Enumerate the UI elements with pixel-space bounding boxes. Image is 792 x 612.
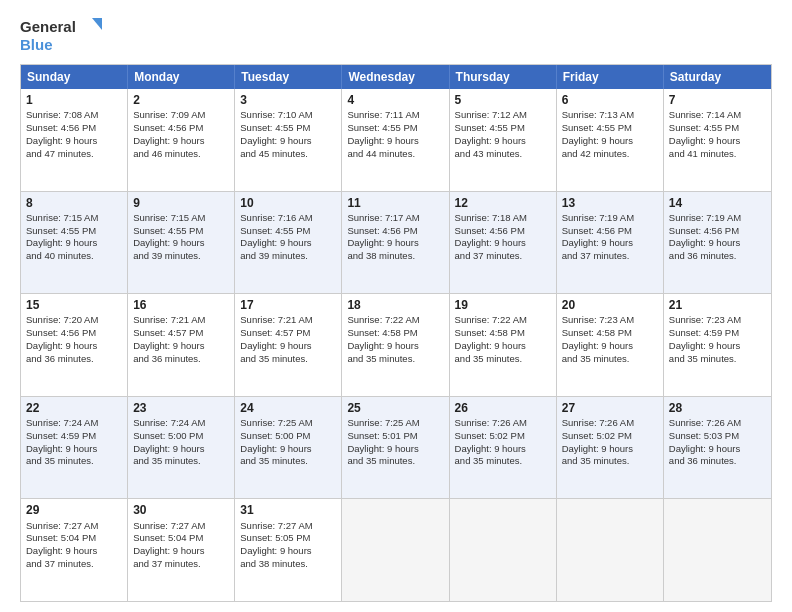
day-info: Sunrise: 7:15 AM [26,212,122,225]
day-cell-31: 31Sunrise: 7:27 AMSunset: 5:05 PMDayligh… [235,499,342,601]
day-cell-10: 10Sunrise: 7:16 AMSunset: 4:55 PMDayligh… [235,192,342,294]
day-info: Sunrise: 7:19 AM [562,212,658,225]
day-info: Sunset: 4:59 PM [669,327,766,340]
day-info: and 36 minutes. [669,455,766,468]
day-info: Daylight: 9 hours [669,135,766,148]
empty-cell [342,499,449,601]
day-number: 7 [669,92,766,108]
day-info: Sunset: 5:02 PM [562,430,658,443]
day-cell-13: 13Sunrise: 7:19 AMSunset: 4:56 PMDayligh… [557,192,664,294]
day-cell-3: 3Sunrise: 7:10 AMSunset: 4:55 PMDaylight… [235,89,342,191]
day-number: 3 [240,92,336,108]
day-cell-16: 16Sunrise: 7:21 AMSunset: 4:57 PMDayligh… [128,294,235,396]
day-info: Daylight: 9 hours [455,237,551,250]
day-info: Daylight: 9 hours [669,443,766,456]
svg-marker-2 [92,18,102,30]
day-info: Daylight: 9 hours [347,135,443,148]
day-number: 18 [347,297,443,313]
day-info: and 43 minutes. [455,148,551,161]
day-number: 26 [455,400,551,416]
day-info: Sunset: 4:56 PM [347,225,443,238]
day-info: and 35 minutes. [455,353,551,366]
day-number: 27 [562,400,658,416]
day-info: Daylight: 9 hours [669,237,766,250]
day-cell-18: 18Sunrise: 7:22 AMSunset: 4:58 PMDayligh… [342,294,449,396]
calendar-row-4: 22Sunrise: 7:24 AMSunset: 4:59 PMDayligh… [21,396,771,499]
day-of-week-saturday: Saturday [664,65,771,89]
day-number: 31 [240,502,336,518]
day-info: and 44 minutes. [347,148,443,161]
day-info: Daylight: 9 hours [455,443,551,456]
calendar: SundayMondayTuesdayWednesdayThursdayFrid… [20,64,772,602]
day-info: Daylight: 9 hours [347,237,443,250]
day-info: Sunrise: 7:27 AM [133,520,229,533]
day-cell-8: 8Sunrise: 7:15 AMSunset: 4:55 PMDaylight… [21,192,128,294]
day-info: Sunset: 4:55 PM [562,122,658,135]
day-info: Sunrise: 7:25 AM [347,417,443,430]
day-info: Daylight: 9 hours [26,237,122,250]
day-info: Daylight: 9 hours [133,443,229,456]
day-cell-20: 20Sunrise: 7:23 AMSunset: 4:58 PMDayligh… [557,294,664,396]
day-cell-29: 29Sunrise: 7:27 AMSunset: 5:04 PMDayligh… [21,499,128,601]
empty-cell [557,499,664,601]
day-cell-17: 17Sunrise: 7:21 AMSunset: 4:57 PMDayligh… [235,294,342,396]
day-cell-22: 22Sunrise: 7:24 AMSunset: 4:59 PMDayligh… [21,397,128,499]
day-cell-21: 21Sunrise: 7:23 AMSunset: 4:59 PMDayligh… [664,294,771,396]
day-of-week-friday: Friday [557,65,664,89]
day-number: 21 [669,297,766,313]
day-info: Sunset: 4:56 PM [455,225,551,238]
day-info: Daylight: 9 hours [455,340,551,353]
day-cell-5: 5Sunrise: 7:12 AMSunset: 4:55 PMDaylight… [450,89,557,191]
day-info: Daylight: 9 hours [240,340,336,353]
day-info: and 35 minutes. [347,455,443,468]
day-info: Sunset: 4:58 PM [347,327,443,340]
day-cell-1: 1Sunrise: 7:08 AMSunset: 4:56 PMDaylight… [21,89,128,191]
day-info: Sunrise: 7:25 AM [240,417,336,430]
day-info: and 35 minutes. [455,455,551,468]
day-info: Sunrise: 7:08 AM [26,109,122,122]
calendar-body: 1Sunrise: 7:08 AMSunset: 4:56 PMDaylight… [21,89,771,601]
day-info: and 36 minutes. [669,250,766,263]
day-info: Daylight: 9 hours [26,545,122,558]
day-number: 16 [133,297,229,313]
day-number: 23 [133,400,229,416]
day-info: Sunset: 4:55 PM [26,225,122,238]
day-number: 4 [347,92,443,108]
svg-text:General: General [20,18,76,35]
day-cell-4: 4Sunrise: 7:11 AMSunset: 4:55 PMDaylight… [342,89,449,191]
day-info: and 38 minutes. [240,558,336,571]
day-cell-23: 23Sunrise: 7:24 AMSunset: 5:00 PMDayligh… [128,397,235,499]
day-info: and 45 minutes. [240,148,336,161]
day-info: Sunrise: 7:18 AM [455,212,551,225]
day-info: and 36 minutes. [133,353,229,366]
day-number: 14 [669,195,766,211]
day-info: Daylight: 9 hours [347,340,443,353]
day-info: Sunrise: 7:15 AM [133,212,229,225]
day-info: Daylight: 9 hours [562,340,658,353]
day-info: and 40 minutes. [26,250,122,263]
day-info: Sunset: 4:59 PM [26,430,122,443]
day-info: Sunrise: 7:26 AM [455,417,551,430]
logo: General Blue [20,16,110,54]
day-of-week-wednesday: Wednesday [342,65,449,89]
day-info: Sunrise: 7:27 AM [26,520,122,533]
day-info: Daylight: 9 hours [669,340,766,353]
day-info: and 35 minutes. [347,353,443,366]
day-info: and 35 minutes. [669,353,766,366]
day-number: 1 [26,92,122,108]
day-info: and 35 minutes. [240,455,336,468]
day-info: Daylight: 9 hours [133,545,229,558]
day-info: Sunrise: 7:23 AM [669,314,766,327]
day-info: and 35 minutes. [562,353,658,366]
day-cell-7: 7Sunrise: 7:14 AMSunset: 4:55 PMDaylight… [664,89,771,191]
day-info: Sunrise: 7:14 AM [669,109,766,122]
day-info: Sunrise: 7:22 AM [347,314,443,327]
day-number: 15 [26,297,122,313]
day-info: Sunset: 4:55 PM [669,122,766,135]
day-cell-2: 2Sunrise: 7:09 AMSunset: 4:56 PMDaylight… [128,89,235,191]
calendar-row-3: 15Sunrise: 7:20 AMSunset: 4:56 PMDayligh… [21,293,771,396]
day-cell-12: 12Sunrise: 7:18 AMSunset: 4:56 PMDayligh… [450,192,557,294]
day-info: and 41 minutes. [669,148,766,161]
day-info: Sunrise: 7:17 AM [347,212,443,225]
day-number: 19 [455,297,551,313]
